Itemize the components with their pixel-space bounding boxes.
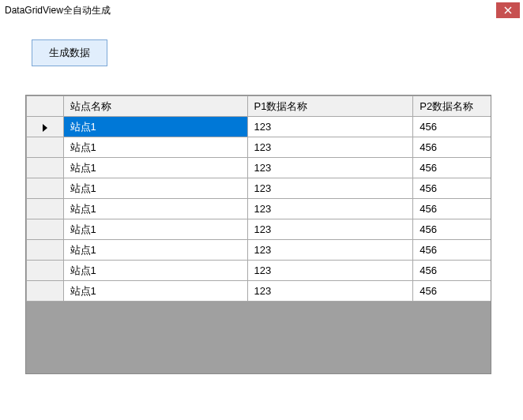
row-header[interactable] xyxy=(27,117,64,137)
grid-col-header-p2[interactable]: P2数据名称 xyxy=(413,96,491,117)
cell-p2[interactable]: 456 xyxy=(413,117,491,137)
cell-p1[interactable]: 123 xyxy=(247,178,413,199)
row-header[interactable] xyxy=(27,178,64,199)
generate-button[interactable]: 生成数据 xyxy=(32,39,107,66)
cell-p2[interactable]: 456 xyxy=(413,199,491,219)
close-button[interactable] xyxy=(496,2,520,18)
cell-name[interactable]: 站点1 xyxy=(63,117,247,137)
content-area: 生成数据 站点名称 P1数据名称 P2数据名称 站点1123456站点11234… xyxy=(0,21,523,374)
table-row[interactable]: 站点1123456 xyxy=(27,240,491,261)
table-row[interactable]: 站点1123456 xyxy=(27,199,491,219)
row-header[interactable] xyxy=(27,137,64,158)
cell-name[interactable]: 站点1 xyxy=(63,219,247,240)
cell-p2[interactable]: 456 xyxy=(413,240,491,261)
grid-col-header-p1[interactable]: P1数据名称 xyxy=(247,96,413,117)
row-header[interactable] xyxy=(27,199,64,219)
cell-p1[interactable]: 123 xyxy=(247,219,413,240)
titlebar: DataGridView全自动生成 xyxy=(0,0,523,21)
table-row[interactable]: 站点1123456 xyxy=(27,158,491,178)
cell-name[interactable]: 站点1 xyxy=(63,281,247,302)
table-row[interactable]: 站点1123456 xyxy=(27,178,491,199)
row-indicator-icon xyxy=(43,124,47,132)
cell-p2[interactable]: 456 xyxy=(413,281,491,302)
grid-scroll[interactable]: 站点名称 P1数据名称 P2数据名称 站点1123456站点1123456站点1… xyxy=(26,96,491,373)
cell-p2[interactable]: 456 xyxy=(413,137,491,158)
cell-name[interactable]: 站点1 xyxy=(63,199,247,219)
cell-p2[interactable]: 456 xyxy=(413,261,491,281)
cell-name[interactable]: 站点1 xyxy=(63,240,247,261)
row-header[interactable] xyxy=(27,219,64,240)
cell-name[interactable]: 站点1 xyxy=(63,261,247,281)
cell-p1[interactable]: 123 xyxy=(247,261,413,281)
cell-p1[interactable]: 123 xyxy=(247,158,413,178)
grid-header-row: 站点名称 P1数据名称 P2数据名称 xyxy=(27,96,491,117)
cell-name[interactable]: 站点1 xyxy=(63,178,247,199)
table-row[interactable]: 站点1123456 xyxy=(27,219,491,240)
table-row[interactable]: 站点1123456 xyxy=(27,117,491,137)
cell-name[interactable]: 站点1 xyxy=(63,158,247,178)
cell-p1[interactable]: 123 xyxy=(247,240,413,261)
row-header[interactable] xyxy=(27,240,64,261)
table-row[interactable]: 站点1123456 xyxy=(27,261,491,281)
cell-p2[interactable]: 456 xyxy=(413,219,491,240)
row-header[interactable] xyxy=(27,261,64,281)
cell-name[interactable]: 站点1 xyxy=(63,137,247,158)
cell-p2[interactable]: 456 xyxy=(413,158,491,178)
row-header[interactable] xyxy=(27,158,64,178)
grid-table: 站点名称 P1数据名称 P2数据名称 站点1123456站点1123456站点1… xyxy=(26,96,491,302)
cell-p1[interactable]: 123 xyxy=(247,117,413,137)
cell-p1[interactable]: 123 xyxy=(247,199,413,219)
cell-p1[interactable]: 123 xyxy=(247,281,413,302)
row-header[interactable] xyxy=(27,281,64,302)
cell-p2[interactable]: 456 xyxy=(413,178,491,199)
cell-p1[interactable]: 123 xyxy=(247,137,413,158)
grid-col-header-name[interactable]: 站点名称 xyxy=(63,96,247,117)
data-grid[interactable]: 站点名称 P1数据名称 P2数据名称 站点1123456站点1123456站点1… xyxy=(25,95,491,374)
generate-button-label: 生成数据 xyxy=(49,46,90,60)
table-row[interactable]: 站点1123456 xyxy=(27,137,491,158)
close-icon xyxy=(504,6,512,14)
window-title: DataGridView全自动生成 xyxy=(5,4,111,17)
grid-corner-cell[interactable] xyxy=(27,96,64,117)
table-row[interactable]: 站点1123456 xyxy=(27,281,491,302)
